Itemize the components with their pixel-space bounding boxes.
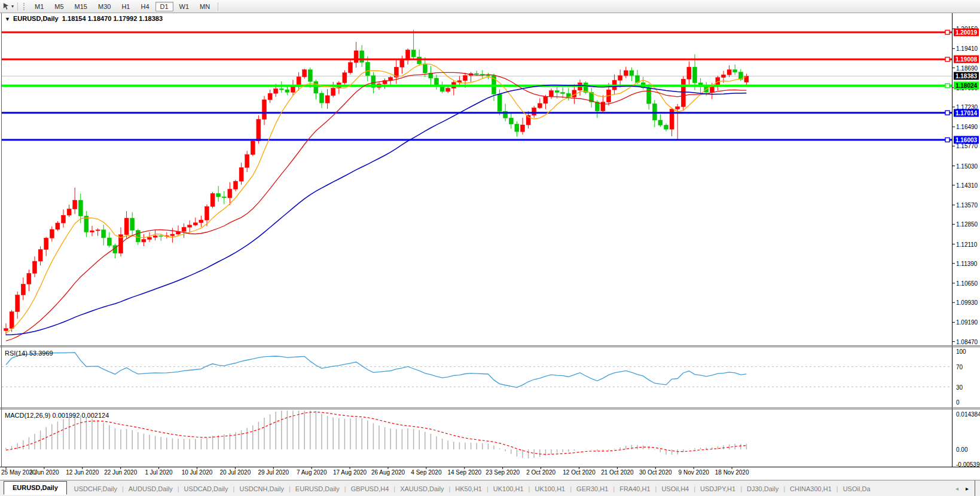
chart-tab-hk50-h1[interactable]: HK50,H1: [455, 485, 482, 492]
cursor-tool-icon[interactable]: ▾: [1, 2, 15, 11]
tab-separator: |: [783, 485, 785, 492]
chart-tab-usdcnh-daily[interactable]: USDCNH,Daily: [239, 485, 284, 492]
ma-fast-line: [6, 64, 746, 333]
date-axis-label: 12 Jun 2020: [66, 469, 99, 476]
chart-tab-usdcad-daily[interactable]: USDCAD,Daily: [184, 485, 228, 492]
tab-separator: |: [289, 485, 291, 492]
timeframe-button-m1[interactable]: M1: [30, 2, 48, 11]
chart-tab-usdchf-daily[interactable]: USDCHF,Daily: [74, 485, 117, 492]
price-axis-label: 1.15770: [956, 143, 978, 149]
tab-separator: |: [740, 485, 742, 492]
candles-layer: [4, 30, 749, 335]
chart-tab-bar: EURUSD,DailyUSDCHF,Daily|AUDUSD,Daily|US…: [0, 480, 980, 496]
chart-plot-area[interactable]: [0, 0, 980, 496]
price-axis-label: 1.09190: [956, 319, 978, 326]
price-axis-label: 1.08470: [956, 338, 978, 345]
rsi-axis-label: 70: [956, 363, 963, 370]
tab-separator: |: [448, 485, 450, 492]
timeframe-button-m5[interactable]: M5: [50, 2, 68, 11]
tab-separator: |: [122, 485, 124, 492]
tab-scroll-arrows: ◂▸: [955, 480, 975, 496]
chart-tab-uk100-h1[interactable]: UK100,H1: [493, 485, 524, 492]
tab-separator: |: [836, 485, 838, 492]
price-axis-label: 1.12110: [956, 241, 977, 247]
date-axis-label: 29 Jul 2020: [258, 469, 289, 476]
rsi-axis-label: 100: [956, 348, 966, 355]
chart-tab-china300-h1[interactable]: CHINA300,H1: [790, 485, 832, 492]
tab-separator: |: [178, 485, 179, 492]
price-axis-label: 1.16490: [956, 124, 978, 130]
chart-tab-uk100-h1[interactable]: UK100,H1: [535, 485, 565, 492]
date-axis-label: 4 Sep 2020: [411, 469, 441, 476]
price-axis-label: 1.19410: [956, 45, 978, 52]
date-axis-label: 21 Oct 2020: [601, 469, 633, 476]
macd-pane-title: MACD(12,26,9) 0.001992 0.002124: [5, 412, 109, 419]
chart-tab-fra40-h1[interactable]: FRA40,H1: [619, 485, 650, 492]
date-axis-label: 22 Jun 2020: [104, 469, 137, 476]
timeframe-button-h1[interactable]: H1: [117, 2, 135, 11]
chart-tab-usoil-da[interactable]: USOil,Da: [843, 485, 871, 492]
date-axis-label: 30 Oct 2020: [639, 469, 671, 476]
macd-axis-label: 0.014384: [956, 411, 980, 418]
tab-separator: |: [694, 485, 695, 492]
chart-tab-dj30-daily[interactable]: DJ30,Daily: [747, 485, 778, 492]
macd-histogram: [6, 411, 746, 458]
date-axis-label: 10 Jul 2020: [182, 469, 213, 476]
date-axis-label: 2 Oct 2020: [526, 469, 555, 476]
chart-ohlc-values: 1.18154 1.18470 1.17992 1.18383: [62, 15, 163, 22]
chart-tab-eurusd-daily[interactable]: EURUSD,Daily: [295, 485, 340, 492]
date-axis-label: 7 Aug 2020: [297, 469, 327, 476]
tab-scroll-right-icon[interactable]: ▸: [966, 485, 969, 492]
date-axis-label: 20 Jul 2020: [220, 469, 251, 476]
chart-tab-xauusd-daily[interactable]: XAUUSD,Daily: [400, 485, 444, 492]
toolbar-grip-handle[interactable]: [23, 3, 26, 10]
price-axis-label: 1.13570: [956, 202, 978, 209]
date-axis-label: 17 Aug 2020: [333, 469, 367, 476]
level-price-label: 1.20019: [954, 29, 979, 36]
timeframe-button-d1[interactable]: D1: [155, 2, 173, 11]
chart-frame: [0, 13, 980, 467]
tab-separator: |: [655, 485, 657, 492]
current-price-label: 1.18383: [954, 72, 979, 80]
chart-tab-ger30-h1[interactable]: GER30,H1: [576, 485, 608, 492]
horizontal-level-lines[interactable]: [2, 30, 952, 142]
price-axis-label: 1.18690: [956, 65, 978, 71]
tab-separator: |: [570, 485, 572, 492]
tab-separator: |: [613, 485, 615, 492]
timeframe-button-m30[interactable]: M30: [93, 2, 115, 11]
price-axis-label: 1.15030: [956, 163, 978, 169]
chart-tab-usoil-h4[interactable]: USOil,H4: [661, 485, 689, 492]
date-axis-label: 9 Nov 2020: [679, 469, 709, 476]
tab-scroll-left-icon[interactable]: ◂: [955, 485, 958, 492]
date-axis-label: 26 Aug 2020: [371, 469, 405, 476]
chart-symbol: EURUSD,Daily: [13, 15, 59, 22]
toolbar-separator: [17, 2, 18, 11]
level-price-label: 1.17014: [954, 109, 979, 117]
rsi-pane-title: RSI(14) 53.3969: [5, 350, 53, 357]
chevron-down-icon[interactable]: ▾: [11, 4, 14, 9]
date-axis-label: 23 Sep 2020: [486, 469, 520, 476]
macd-axis-label: -0.005396: [956, 461, 980, 467]
date-axis-label: 1 Jul 2020: [145, 469, 173, 476]
rsi-axis-label: 0: [956, 399, 960, 406]
chart-tab-eurusd-daily[interactable]: EURUSD,Daily: [4, 481, 67, 495]
level-price-label: 1.18024: [954, 82, 979, 90]
axis-ticks: [6, 29, 955, 469]
chart-tab-audusd-daily[interactable]: AUDUSD,Daily: [129, 485, 173, 492]
chart-tab-usdjpy-h1[interactable]: USDJPY,H1: [700, 485, 735, 492]
timeframe-button-w1[interactable]: W1: [175, 2, 194, 11]
chart-title: ▼EURUSD,Daily 1.18154 1.18470 1.17992 1.…: [5, 15, 163, 22]
toolbar-separator: [218, 2, 218, 11]
timeframe-button-h4[interactable]: H4: [136, 2, 154, 11]
macd-axis-label: 0.00: [956, 446, 967, 453]
chart-tab-gbpusd-h4[interactable]: GBPUSD,H4: [351, 485, 389, 492]
ma-slow-line: [6, 85, 746, 335]
timeframe-button-m15[interactable]: M15: [70, 2, 92, 11]
mt4-window: ▾ M1M5M15M30H1H4D1W1MN ▼EURUSD,Daily 1.1…: [0, 0, 980, 496]
rsi-axis-label: 30: [956, 384, 963, 390]
timeframe-button-mn[interactable]: MN: [195, 2, 215, 11]
timeframes-toolbar: ▾ M1M5M15M30H1H4D1W1MN: [0, 0, 980, 13]
collapse-triangle-icon[interactable]: ▼: [5, 16, 10, 22]
level-price-label: 1.19008: [954, 56, 979, 63]
tab-separator: |: [487, 485, 489, 492]
